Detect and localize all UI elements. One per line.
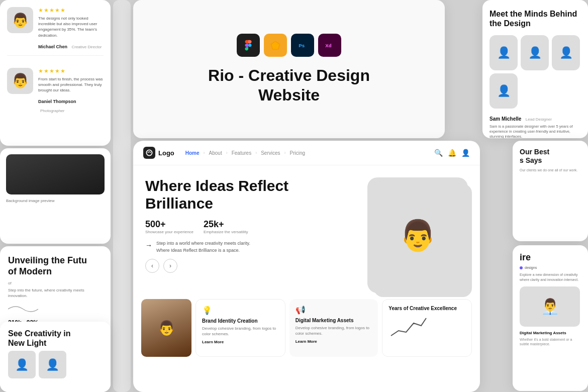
canvas: 👨 ★★★★★ The designs not only looked incr… — [0, 0, 588, 392]
bell-icon[interactable]: 🔔 — [448, 149, 456, 157]
unveil-heading: Unveiling the Futuof Modern — [8, 255, 103, 277]
service-cards-row: 👨 💡 Brand Identity Creation Develop cohe… — [133, 293, 480, 363]
name-daniel: Daniel Thompson — [38, 99, 76, 104]
marketing-icon: 📢 — [296, 305, 372, 315]
digital-marketing-card: 📢 Digital Marketing Assets Develop cohes… — [289, 299, 378, 357]
ire-tag-label: designs — [525, 266, 537, 269]
creativity-card: See Creativity inNew Light 👤 👤 — [0, 322, 111, 392]
brand-icon: 💡 — [202, 306, 279, 315]
stat-25k: 25k+ Emphasize the versatility — [204, 219, 248, 234]
nav-sep-4: › — [284, 150, 286, 155]
creativity-heading: See Creativity inNew Light — [8, 329, 103, 348]
nav-sep-2: › — [226, 150, 228, 155]
years-excellence-card: Years of Creative Excellence — [382, 299, 472, 357]
minds-title: Meet the Minds Behindthe Design — [489, 9, 581, 28]
hero-body-text: Step into a world where creativity meets… — [156, 240, 257, 254]
cr-img-1: 👤 — [8, 351, 36, 378]
hero-person-image: 👨 — [367, 177, 468, 293]
mind-avatar-4: 👤 — [489, 73, 518, 109]
stat-25k-num: 25k+ — [204, 219, 248, 230]
svg-text:Xd: Xd — [325, 43, 331, 48]
mind-avatar-1: 👤 — [489, 35, 518, 70]
minds-avatars: 👤 👤 👤 👤 — [489, 35, 581, 109]
brand-learn-more[interactable]: Learn More — [202, 340, 279, 344]
testimonial-item-1: 👨 ★★★★★ The designs not only looked incr… — [0, 0, 111, 50]
svg-text:Ps: Ps — [299, 43, 305, 48]
website-preview-card: Logo Home › About › Features › Services … — [133, 141, 480, 392]
nav-pricing[interactable]: Pricing — [290, 150, 306, 156]
stat-500: 500+ Showcase your experience — [145, 219, 193, 234]
stars-2: ★★★★★ — [38, 68, 104, 74]
role-michael: Creative Director — [71, 45, 102, 49]
nav-sep-1: › — [204, 150, 205, 155]
cr-img-2: 👤 — [39, 351, 66, 378]
testimonials-card: 👨 ★★★★★ The designs not only looked incr… — [0, 0, 111, 146]
divider-1 — [7, 55, 104, 56]
brand-identity-card: 💡 Brand Identity Creation Develop cohesi… — [195, 299, 285, 357]
marketing-learn-more[interactable]: Learn More — [296, 339, 372, 344]
nav-sep-3: › — [255, 150, 257, 155]
testimonial-text-1: The designs not only looked incredible b… — [38, 16, 104, 38]
marketing-title: Digital Marketing Assets — [296, 318, 372, 323]
avatar-michael: 👨 — [7, 7, 33, 33]
search-icon[interactable]: 🔍 — [434, 149, 443, 157]
stat-500-label: Showcase your experience — [145, 230, 193, 234]
mid-image — [6, 154, 105, 194]
carousel-next[interactable]: › — [163, 259, 177, 273]
sam-role: Lead Designer — [526, 117, 552, 122]
nav-about[interactable]: About — [209, 150, 222, 156]
hero-heading: Where Ideas ReflectBrilliance — [145, 177, 362, 212]
ire-desc: Explore a new dimension of creativity wh… — [520, 272, 581, 282]
ire-dot — [520, 266, 523, 269]
nav-links[interactable]: Home › About › Features › Services › Pri… — [185, 150, 305, 156]
site-nav: Logo Home › About › Features › Services … — [133, 141, 480, 165]
tool-icons-row: Ps Xd — [237, 34, 341, 57]
minds-card: Meet the Minds Behindthe Design 👤 👤 👤 👤 … — [482, 0, 588, 138]
unveil-label: of — [8, 281, 103, 285]
brand-desc: Develop cohesive branding, from logos to… — [202, 326, 279, 337]
logo-label: Logo — [158, 149, 174, 157]
creativity-images: 👤 👤 — [8, 351, 103, 378]
chart-area — [388, 313, 465, 340]
unveil-desc: Step into the future, where creativity m… — [8, 287, 103, 299]
mind-avatar-3: 👤 — [552, 35, 580, 70]
rio-title: Rio - Creative DesignWebsite — [208, 66, 370, 105]
ire-tag: designs — [520, 266, 581, 269]
years-title: Years of Creative Excellence — [388, 306, 465, 311]
mind-avatar-2: 👤 — [521, 35, 549, 70]
nav-home[interactable]: Home — [185, 150, 200, 156]
stat-500-num: 500+ — [145, 219, 193, 230]
hero-stats: 500+ Showcase your experience 25k+ Empha… — [145, 219, 362, 234]
mid-desc: Background image preview — [6, 199, 105, 203]
sam-desc: Sam is a passionate designer with over 5… — [489, 124, 581, 138]
ire-card: ire designs Explore a new dimension of c… — [513, 245, 588, 391]
nav-icons: 🔍 🔔 👤 — [434, 149, 470, 157]
marketing-desc: Develop cohesive branding, from logos to… — [296, 325, 372, 336]
role-daniel: Photographer — [40, 109, 64, 113]
logo-icon — [143, 147, 155, 159]
ire-link[interactable]: Digital Marketing Assets — [520, 331, 581, 335]
avatar-daniel: 👨 — [7, 68, 33, 94]
sam-row: Sam Michelle Lead Designer Sam is a pass… — [489, 114, 581, 138]
ire-small-text: Whether it's a bold statement or a subtl… — [520, 337, 581, 347]
testimonial-item-2: 👨 ★★★★★ From start to finish, the proces… — [0, 61, 111, 115]
arrow-icon: → — [145, 241, 152, 249]
xd-icon: Xd — [318, 34, 341, 57]
stat-25k-label: Emphasize the versatility — [204, 230, 248, 234]
ire-heading: ire — [520, 252, 581, 263]
best-title: Our Bests Says — [520, 148, 581, 165]
nav-features[interactable]: Features — [232, 150, 251, 156]
service-person-img: 👨 — [141, 299, 191, 357]
carousel-controls: ‹ › — [145, 259, 362, 273]
carousel-prev[interactable]: ‹ — [145, 259, 159, 273]
best-desc: Our clients we do one all of our work. — [520, 168, 581, 173]
hero-body-row: → Step into a world where creativity mee… — [145, 240, 362, 254]
user-icon[interactable]: 👤 — [461, 149, 470, 157]
hero-image-wrapper: 👨 — [362, 177, 468, 293]
sam-name: Sam Michelle — [489, 116, 521, 122]
brand-title: Brand Identity Creation — [202, 318, 279, 324]
ire-image: 👨‍💼 — [520, 286, 580, 327]
site-hero: Where Ideas ReflectBrilliance 500+ Showc… — [133, 165, 480, 293]
nav-services[interactable]: Services — [261, 150, 280, 156]
svg-point-7 — [146, 150, 152, 155]
